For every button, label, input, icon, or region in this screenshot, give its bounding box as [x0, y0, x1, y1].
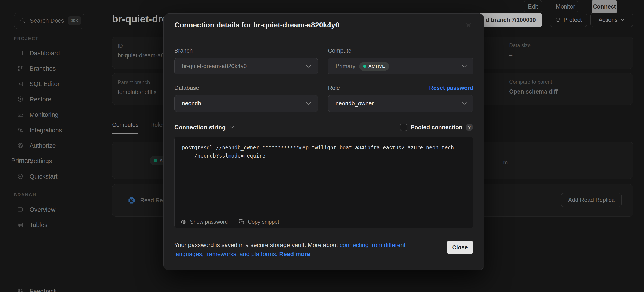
connect-button[interactable]: Connect: [592, 0, 617, 13]
pooled-connection-checkbox[interactable]: [400, 124, 407, 131]
chart-line-icon: [17, 112, 24, 118]
database-label: Database: [174, 85, 318, 91]
chevron-down-icon: [306, 102, 311, 105]
tab-computes[interactable]: Computes: [112, 122, 138, 134]
add-read-replica-button[interactable]: Add Read Replica: [561, 193, 622, 207]
primary-compute-name: Primary: [11, 157, 33, 164]
project-section-label: PROJECT: [14, 36, 39, 41]
sidebar-item-sql-editor[interactable]: SQL Editor: [0, 76, 98, 92]
chevron-down-icon: [462, 102, 467, 105]
parent-branch-value: template/netflix: [118, 89, 156, 96]
close-icon[interactable]: [464, 21, 473, 30]
database-select[interactable]: neondb: [174, 95, 318, 112]
data-size-stat: Data size –: [501, 42, 530, 59]
copy-snippet-button[interactable]: Copy snippet: [239, 219, 279, 225]
branch-select[interactable]: br-quiet-dream-a820k4y0: [174, 58, 318, 75]
sidebar-item-overview[interactable]: Overview: [0, 202, 98, 217]
actions-button[interactable]: Actions: [590, 13, 633, 27]
sidebar-item-integrations[interactable]: Integrations: [0, 122, 98, 138]
git-branch-icon: [17, 65, 24, 72]
sidebar-item-restore[interactable]: Restore: [0, 92, 98, 107]
connection-string-codeblock: postgresql://neondb_owner:************@e…: [174, 137, 473, 228]
chip-icon: [127, 196, 136, 205]
pooled-connection-label: Pooled connection: [410, 124, 462, 131]
role-field: Role Reset password neondb_owner: [328, 85, 474, 112]
modal-body: Branch br-quiet-dream-a820k4y0 Compute P…: [164, 36, 484, 259]
chevron-down-icon: [620, 19, 625, 21]
search-placeholder: Search Docs: [30, 17, 64, 24]
branch-section-label: BRANCH: [14, 192, 36, 197]
check-circle-icon: [17, 173, 24, 180]
connection-string-text[interactable]: postgresql://neondb_owner:************@e…: [174, 137, 473, 216]
modal-footer: Your password is saved in a secure stora…: [174, 241, 473, 259]
user-circle-icon: [17, 142, 24, 149]
parent-branch-stat: Parent branch template/netflix: [118, 79, 156, 96]
compare-to-parent-stat: Compare to parent Open schema diff: [501, 79, 558, 95]
edit-button[interactable]: Edit: [524, 0, 542, 13]
status-dot-icon: [154, 159, 158, 162]
sidebar-item-dashboard[interactable]: Dashboard: [0, 45, 98, 61]
help-icon[interactable]: ?: [466, 124, 473, 131]
shield-icon: [555, 17, 560, 23]
branch-nav: Overview Tables: [0, 202, 98, 233]
monitor-button[interactable]: Monitor: [553, 0, 578, 13]
chevron-down-icon: [306, 65, 311, 68]
compute-select[interactable]: Primary ACTIVE: [328, 58, 474, 75]
compare-to-parent-label: Compare to parent: [509, 79, 558, 85]
search-docs-input[interactable]: Search Docs ⌘K: [14, 13, 84, 29]
window-icon: [17, 206, 24, 213]
search-icon: [20, 18, 26, 24]
people-icon: [17, 288, 24, 292]
data-size-value: –: [509, 52, 530, 59]
copy-icon: [239, 219, 245, 225]
sidebar-footer: Feedback: [0, 283, 98, 292]
sidebar-item-feedback[interactable]: Feedback: [0, 283, 98, 292]
history-clock-icon: [17, 96, 24, 103]
pooled-connection-control: Pooled connection ?: [400, 124, 473, 131]
sidebar-item-quickstart[interactable]: Quickstart: [0, 169, 98, 184]
read-more-link[interactable]: Read more: [278, 251, 310, 257]
compute-status-badge: ACTIVE: [359, 62, 389, 71]
show-password-button[interactable]: Show password: [180, 219, 228, 225]
host-text-fragment: m: [503, 159, 508, 166]
add-branch-counter-button[interactable]: d branch 7/100000: [479, 13, 542, 27]
open-schema-diff-link[interactable]: Open schema diff: [509, 88, 558, 95]
close-button[interactable]: Close: [447, 241, 473, 254]
integrations-icon: [17, 127, 24, 133]
sidebar-item-tables[interactable]: Tables: [0, 217, 98, 233]
reset-password-link[interactable]: Reset password: [429, 85, 474, 91]
eye-icon: [180, 219, 187, 225]
search-shortcut-badge: ⌘K: [68, 17, 81, 25]
terminal-icon: [17, 81, 24, 87]
connection-string-dropdown[interactable]: Connection string: [174, 124, 234, 131]
database-field: Database neondb: [174, 85, 318, 112]
password-vault-note: Your password is saved in a secure stora…: [174, 241, 427, 259]
sidebar-item-branches[interactable]: Branches: [0, 61, 98, 76]
role-label: Role: [328, 85, 340, 91]
codeblock-toolbar: Show password Copy snippet: [174, 216, 473, 228]
parent-branch-label: Parent branch: [118, 79, 156, 85]
chevron-down-icon: [230, 126, 234, 129]
modal-title: Connection details for br-quiet-dream-a8…: [174, 21, 339, 29]
role-select[interactable]: neondb_owner: [328, 95, 474, 112]
sidebar-item-monitoring[interactable]: Monitoring: [0, 107, 98, 122]
data-size-label: Data size: [509, 42, 530, 48]
sidebar-item-authorize[interactable]: Authorize: [0, 138, 98, 153]
status-dot-icon: [363, 65, 366, 68]
modal-header: Connection details for br-quiet-dream-a8…: [164, 14, 484, 36]
tab-roles[interactable]: Roles: [150, 122, 165, 134]
compute-label: Compute: [328, 48, 474, 54]
compute-field: Compute Primary ACTIVE: [328, 48, 474, 75]
connection-details-modal: Connection details for br-quiet-dream-a8…: [164, 14, 484, 270]
dashboard-icon: [17, 50, 24, 56]
branch-field: Branch br-quiet-dream-a820k4y0: [174, 48, 318, 75]
protect-button[interactable]: Protect: [550, 13, 587, 27]
table-icon: [17, 222, 24, 228]
overview-tabs: Computes Roles: [112, 122, 165, 134]
chevron-down-icon: [462, 65, 467, 68]
branch-label: Branch: [174, 48, 318, 54]
sidebar: Search Docs ⌘K PROJECT Dashboard Branche…: [0, 0, 98, 292]
